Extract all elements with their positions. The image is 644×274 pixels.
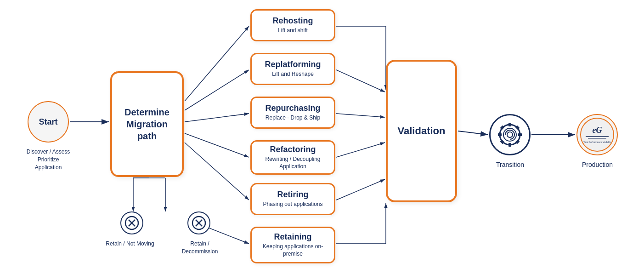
svg-text:Total Performance Visibility: Total Performance Visibility xyxy=(583,141,611,143)
start-sublabel-line1: Discover / Assess xyxy=(27,148,70,155)
svg-line-21 xyxy=(458,131,488,135)
migration-path-box: Determine Migration path xyxy=(110,71,184,177)
production-text: Production xyxy=(582,161,613,168)
replatforming-title: Replatforming xyxy=(265,60,321,69)
migration-label-line3: path xyxy=(124,130,169,142)
retaining-subtitle: Keeping applications on-premise xyxy=(256,243,329,257)
retain-decommission-label: Retain / Decommission xyxy=(172,240,227,256)
refactoring-title: Refactoring xyxy=(270,145,316,154)
gear-icon xyxy=(496,121,524,148)
refactoring-subtitle: Rewriting / Decoupling Application xyxy=(256,156,329,170)
svg-line-16 xyxy=(336,114,385,117)
svg-line-15 xyxy=(336,70,385,92)
svg-text:eG: eG xyxy=(593,126,602,135)
svg-line-18 xyxy=(336,179,385,200)
svg-line-5 xyxy=(185,114,249,122)
retiring-subtitle: Phasing out applications xyxy=(263,201,322,208)
svg-rect-33 xyxy=(508,143,511,147)
start-node: Start xyxy=(28,101,69,143)
svg-line-17 xyxy=(336,143,385,157)
rehosting-subtitle: Lift and shift xyxy=(278,27,308,34)
refactoring-box: Refactoring Rewriting / Decoupling Appli… xyxy=(250,140,335,175)
start-label: Start xyxy=(39,117,57,127)
svg-rect-34 xyxy=(498,133,502,136)
production-label: Production xyxy=(569,161,626,168)
transition-node xyxy=(489,114,531,155)
retiring-title: Retiring xyxy=(277,190,308,200)
svg-rect-35 xyxy=(518,133,522,136)
retain-not-moving-icon xyxy=(120,211,143,234)
validation-label: Validation xyxy=(398,125,446,137)
svg-line-7 xyxy=(185,143,249,200)
repurchasing-subtitle: Replace - Drop & Ship xyxy=(266,114,320,122)
migration-label-line2: Migration xyxy=(124,118,169,130)
svg-point-40 xyxy=(581,118,614,151)
repurchasing-title: Repurchasing xyxy=(265,103,320,113)
start-sublabel-line2: Prioritize Application xyxy=(35,156,62,171)
svg-line-4 xyxy=(185,70,249,110)
retain-not-moving-text: Retain / Not Moving xyxy=(106,240,154,247)
svg-line-3 xyxy=(185,26,249,101)
production-node: eG Total Performance Visibility xyxy=(576,114,618,155)
retain-decommission-text: Retain / Decommission xyxy=(182,240,218,255)
validation-box: Validation xyxy=(386,60,457,202)
replatforming-subtitle: Lift and Reshape xyxy=(272,71,314,78)
svg-line-6 xyxy=(185,133,249,157)
retaining-title: Retaining xyxy=(274,232,311,242)
replatforming-box: Replatforming Lift and Reshape xyxy=(250,53,335,85)
svg-point-31 xyxy=(507,132,513,137)
eg-logo: eG Total Performance Visibility xyxy=(579,116,616,153)
svg-rect-32 xyxy=(508,123,511,126)
migration-path-label: Determine Migration path xyxy=(124,106,169,142)
migration-diagram: Start Discover / Assess Prioritize Appli… xyxy=(0,0,644,274)
start-sublabel: Discover / Assess Prioritize Application xyxy=(25,148,71,171)
rehosting-title: Rehosting xyxy=(273,16,313,26)
repurchasing-box: Repurchasing Replace - Drop & Ship xyxy=(250,97,335,129)
retain-not-moving-label: Retain / Not Moving xyxy=(105,240,155,248)
retiring-box: Retiring Phasing out applications xyxy=(250,183,335,215)
transition-label: Transition xyxy=(481,161,539,168)
migration-label-line1: Determine xyxy=(124,106,169,118)
retaining-box: Retaining Keeping applications on-premis… xyxy=(250,227,335,263)
rehosting-box: Rehosting Lift and shift xyxy=(250,9,335,41)
retain-decommission-icon xyxy=(187,211,210,234)
transition-text: Transition xyxy=(496,161,524,168)
